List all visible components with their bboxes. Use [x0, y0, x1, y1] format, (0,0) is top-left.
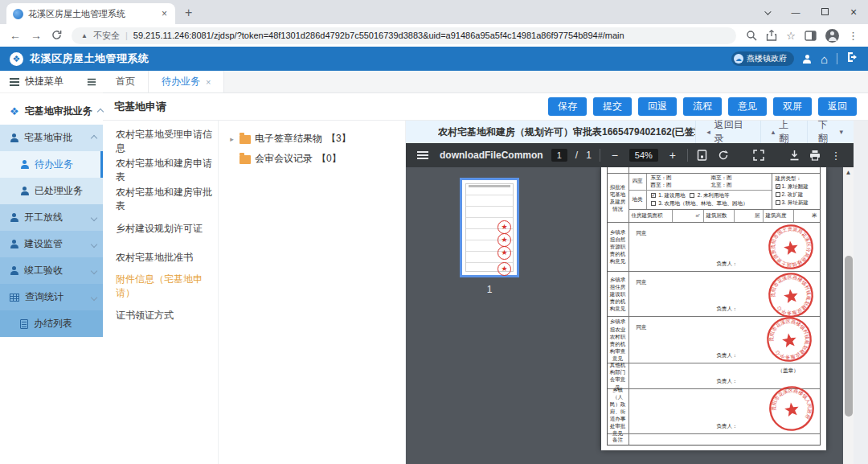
sidebar-item-jungong-yanshou[interactable]: 竣工验收	[0, 257, 103, 284]
page-down-button[interactable]: 下翻 ▾	[807, 121, 854, 143]
section-header: 宅基地申请 保存 提交 回退 流程 意见 双屏 返回	[103, 93, 868, 121]
sidebar-item-label: 已处理业务	[35, 184, 83, 198]
document-menu: 农村宅基地受理申请信息 农村宅基地和建房申请表 农村宅基地和建房审批表 乡村建设…	[103, 121, 219, 464]
pdf-more-icon[interactable]: ⋮	[829, 150, 842, 162]
tree-item-esign-results[interactable]: ▸ 电子签章结果物 【3】	[228, 129, 405, 149]
dual-screen-button[interactable]: 双屏	[773, 97, 812, 115]
reload-icon[interactable]	[51, 30, 62, 42]
form-row-plot-info: 拟批准宅基地及建房情况 四至 东至	[608, 174, 820, 223]
address-bar-icons: ☆ ⋮	[746, 29, 858, 43]
page-number-input[interactable]: 1	[551, 149, 567, 162]
user-icon[interactable]	[803, 55, 812, 64]
org-badge[interactable]: ☁ 燕楼镇政府	[731, 51, 794, 66]
sidebar-item-pending-business[interactable]: 待办业务	[0, 151, 103, 178]
nav-button-label: 下翻	[818, 118, 836, 146]
back-icon[interactable]: ←	[10, 30, 21, 41]
bookmark-star-icon[interactable]: ☆	[786, 30, 796, 42]
checkbox-icon	[690, 193, 694, 198]
tab-search-icon[interactable]	[752, 7, 781, 17]
pdf-page-area: 拟批准宅基地及建房情况 四至 东至	[573, 167, 854, 464]
doc-menu-item[interactable]: 农村宅基地批准书	[103, 243, 218, 272]
side-panel-icon[interactable]	[805, 31, 817, 41]
doc-menu-item[interactable]: 农村宅基地和建房申请表	[103, 156, 218, 185]
form-value: 东至：图	[651, 175, 711, 182]
forward-icon[interactable]: →	[31, 30, 42, 41]
folder-icon	[240, 155, 251, 164]
quick-menu-label: 快捷菜单	[25, 75, 63, 88]
sidebar-item-zhaijidi-shenpi[interactable]: 宅基地审批	[0, 125, 103, 151]
sidebar-item-jianshe-jianguan[interactable]: 建设监管	[0, 231, 103, 257]
sidebar-item-label: 建设监管	[24, 237, 63, 251]
save-button[interactable]: 保存	[548, 97, 587, 115]
official-seal: 贵阳市花溪区燕楼镇人民政府	[765, 382, 818, 435]
sidebar-item-banjie-liebiao[interactable]: 办结列表	[0, 310, 103, 337]
zoom-out-icon[interactable]: −	[608, 149, 621, 162]
return-button[interactable]: 返回	[818, 97, 857, 115]
profile-avatar[interactable]	[825, 29, 839, 43]
url-omnibox[interactable]: ▲ 不安全 | 59.215.11.246:8081/zjdsp/?token=…	[72, 27, 736, 44]
restore-button[interactable]	[810, 7, 839, 17]
tree-item-count: 【3】	[326, 132, 351, 146]
zoom-level[interactable]: 54%	[629, 149, 658, 162]
sidebar-item-label: 宅基地审批业务	[25, 105, 92, 118]
doc-menu-item[interactable]: 农村宅基地和建房审批表	[103, 185, 218, 214]
sidebar-item-processed-business[interactable]: 已处理业务	[0, 178, 103, 204]
doc-menu-item[interactable]: 乡村建设规划许可证	[103, 214, 218, 243]
sidebar-quick-menu[interactable]: 快捷菜单	[0, 71, 103, 93]
close-window-button[interactable]: ×	[839, 6, 868, 18]
menu-collapse-icon[interactable]	[88, 78, 96, 85]
scrollbar-thumb[interactable]	[845, 256, 853, 417]
opinion-button[interactable]: 意见	[728, 97, 767, 115]
thumbnail-page-number: 1	[487, 284, 493, 295]
fit-page-icon[interactable]	[696, 150, 709, 161]
sidebar: 快捷菜单 ❖ 宅基地审批业务 宅基地审批 待办业务 已处理业务	[0, 71, 103, 464]
form-row-label: 拟批准宅基地及建房情况	[608, 174, 629, 222]
sidebar-item-kaigong-fangxian[interactable]: 开工放线	[0, 204, 103, 231]
home-icon[interactable]: ⌂	[821, 53, 828, 65]
form-row-label: 备注	[608, 434, 629, 445]
browser-menu-icon[interactable]: ⋮	[848, 30, 858, 42]
fullscreen-icon[interactable]	[752, 150, 765, 161]
doc-menu-item[interactable]: 农村宅基地受理申请信息	[103, 127, 218, 156]
tab-pending-business[interactable]: 待办业务 ×	[149, 71, 224, 92]
page-up-button[interactable]: ▴ 上翻	[760, 121, 807, 143]
zoom-page-icon[interactable]	[746, 30, 757, 41]
svg-text:贵阳市花溪区燕楼镇人民政府: 贵阳市花溪区燕楼镇人民政府	[768, 384, 814, 425]
svg-text:贵阳市花溪区燕楼镇村镇规划建设服务中心: 贵阳市花溪区燕楼镇村镇规划建设服务中心	[765, 316, 813, 364]
minimize-button[interactable]: —	[781, 7, 810, 17]
form-option: 1. 建设用地	[658, 192, 685, 198]
person-icon	[10, 240, 18, 248]
official-seal: 贵阳市国土资源局花溪区分局燕楼镇国土资源所	[764, 220, 817, 273]
workflow-button[interactable]: 流程	[683, 97, 722, 115]
sidebar-item-label: 查询统计	[25, 290, 63, 304]
tab-close-icon[interactable]: ×	[160, 8, 169, 19]
sidebar-item-zhaijidi-shenpi-yewu[interactable]: ❖ 宅基地审批业务	[0, 98, 103, 125]
tree-item-meeting-records[interactable]: 会审会议记录 【0】	[228, 149, 405, 169]
thumbnail-seal: ★	[497, 233, 511, 247]
logout-icon[interactable]	[846, 51, 858, 66]
print-icon[interactable]	[809, 150, 821, 161]
pdf-scrollbar[interactable]: ▲	[843, 167, 854, 464]
sidebar-item-chaxun-tongji[interactable]: 查询统计	[0, 284, 103, 310]
tab-home[interactable]: 首页	[103, 71, 149, 92]
submit-button[interactable]: 提交	[593, 97, 632, 115]
download-icon[interactable]	[788, 150, 800, 161]
doc-menu-item-attachments[interactable]: 附件信息（宅基地申请）	[103, 272, 218, 301]
expand-arrow-icon[interactable]: ▸	[228, 135, 235, 143]
triangle-left-icon: ◂	[706, 128, 710, 136]
page-thumbnail[interactable]: ★ ★ ★ ★	[460, 178, 519, 277]
tab-close-icon[interactable]: ×	[206, 77, 211, 87]
browser-tab[interactable]: 花溪区房屋土地管理系统 ×	[6, 3, 175, 24]
url-text: 59.215.11.246:8081/zjdsp/?token=48f1301d…	[133, 31, 624, 40]
pdf-menu-icon[interactable]	[417, 151, 428, 159]
rotate-icon[interactable]	[717, 150, 730, 161]
scroll-up-arrow[interactable]: ▲	[843, 167, 854, 176]
doc-menu-item[interactable]: 证书领证方式	[103, 301, 218, 330]
new-tab-button[interactable]: +	[185, 6, 192, 20]
rollback-button[interactable]: 回退	[638, 97, 677, 115]
share-icon[interactable]	[766, 30, 777, 41]
zoom-in-icon[interactable]: +	[666, 149, 679, 162]
pdf-thumbnail-panel: ★ ★ ★ ★ 1	[406, 167, 573, 464]
form-row-label: 乡镇（人民）政府、街道办事处审批意见	[608, 389, 629, 433]
back-to-catalog-button[interactable]: ◂ 返回目录	[695, 121, 760, 143]
